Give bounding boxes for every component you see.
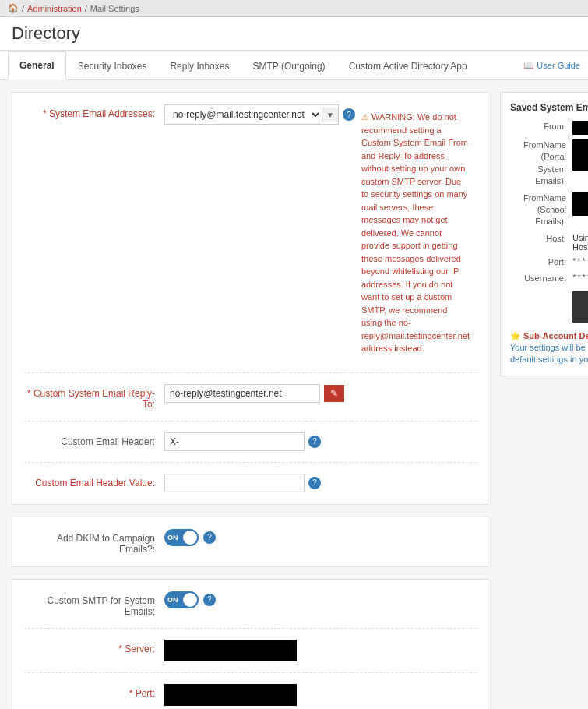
system-email-label: * System Email Addresses: [24, 104, 164, 119]
custom-header-value-row: Custom Email Header Value: ? [24, 474, 476, 492]
port-value [164, 684, 476, 706]
form-area: * System Email Addresses: no-reply@mail.… [12, 92, 488, 709]
port-input-hidden [164, 684, 297, 706]
custom-header-control: ? [164, 432, 351, 451]
saved-fromname-school-row: FromName (School Emails): [510, 192, 588, 228]
select-arrow-icon[interactable]: ▼ [322, 108, 338, 122]
custom-smtp-toggle-on-label: ON [167, 596, 178, 604]
user-guide-label: User Guide [537, 61, 580, 70]
breadcrumb-admin[interactable]: Administration [27, 4, 82, 13]
saved-host-label: Host: [510, 233, 572, 245]
saved-host-value: Using TestingCenter Host [572, 233, 588, 252]
saved-settings-box: Saved System Email Settings From: FromNa… [500, 92, 588, 376]
tab-custom-active-directory[interactable]: Custom Active Directory App [337, 52, 479, 79]
saved-username-label: Username: [510, 273, 572, 284]
custom-smtp-label: Custom SMTP for System Emails: [24, 591, 164, 617]
dkim-toggle[interactable]: ON [164, 529, 199, 546]
custom-header-input[interactable] [164, 432, 305, 451]
port-label: * Port: [24, 684, 164, 699]
warning-text: WARNING: We do not recommend setting a C… [361, 112, 470, 353]
sub-account-note-text: Your settings will be used as the defaul… [510, 343, 588, 364]
saved-fromname-school-label: FromName (School Emails): [510, 192, 572, 228]
toggle-knob [183, 531, 197, 545]
server-label: * Server: [24, 640, 164, 654]
book-icon: 📖 [523, 61, 534, 71]
server-row: * Server: [24, 640, 476, 673]
system-email-select[interactable]: no-reply@mail.testingcenter.net [165, 105, 322, 124]
custom-smtp-help-icon[interactable]: ? [203, 594, 216, 606]
saved-port-value: ************ [572, 256, 588, 266]
page-title: Directory [12, 23, 576, 44]
custom-header-value-help-icon[interactable]: ? [308, 477, 321, 489]
custom-header-value-input[interactable] [164, 474, 305, 492]
toggle-on-label: ON [167, 534, 178, 541]
custom-smtp-section: Custom SMTP for System Emails: ON ? * Se… [12, 579, 488, 710]
dkim-section: Add DKIM to Campaign Emails?: ON ? [12, 517, 488, 567]
saved-from-row: From: [510, 121, 588, 135]
tab-reply-inboxes[interactable]: Reply Inboxes [158, 52, 241, 79]
custom-reply-to-control: ✎ [164, 384, 351, 403]
saved-fromname-portal-value [572, 139, 588, 171]
tab-security-inboxes[interactable]: Security Inboxes [66, 52, 159, 79]
system-email-control: no-reply@mail.testingcenter.net ▼ ? [164, 104, 351, 125]
user-guide-link[interactable]: 📖 User Guide [523, 61, 580, 71]
custom-smtp-toggle[interactable]: ON [164, 591, 199, 608]
home-icon: 🏠 [8, 3, 19, 13]
custom-reply-to-row: * Custom System Email Reply-To: ✎ [24, 384, 476, 422]
dkim-row: Add DKIM to Campaign Emails?: ON ? [24, 529, 476, 555]
warning-box: ⚠ WARNING: We do not recommend setting a… [355, 104, 476, 362]
dkim-label: Add DKIM to Campaign Emails?: [24, 529, 164, 555]
custom-header-value-label: Custom Email Header Value: [24, 474, 164, 489]
saved-fromname-portal-label: FromName (Portal System Emails): [510, 139, 572, 188]
main-content: * System Email Addresses: no-reply@mail.… [0, 80, 588, 709]
saved-port-label: Port: [510, 256, 572, 268]
page-header: Directory [0, 17, 588, 51]
custom-smtp-row: Custom SMTP for System Emails: ON ? [24, 591, 476, 629]
port-row: * Port: [24, 684, 476, 710]
system-email-select-wrap: no-reply@mail.testingcenter.net ▼ [164, 104, 339, 125]
custom-header-help-icon[interactable]: ? [308, 436, 321, 448]
breadcrumb-current: Mail Settings [90, 4, 139, 13]
edit-reply-to-button[interactable]: ✎ [324, 385, 344, 402]
send-test-email-button[interactable]: Send Test Email [572, 291, 588, 323]
custom-header-row: Custom Email Header: ? [24, 432, 476, 463]
saved-settings-title: Saved System Email Settings [510, 102, 588, 113]
sub-account-note-prefix: ⭐ Sub-Account Default Settings: [510, 331, 588, 340]
breadcrumb: 🏠 / Administration / Mail Settings [0, 0, 588, 17]
dkim-toggle-group: ON ? [164, 529, 351, 546]
system-email-section: * System Email Addresses: no-reply@mail.… [12, 92, 488, 505]
custom-smtp-toggle-group: ON ? [164, 591, 476, 608]
sidebar-panel: Saved System Email Settings From: FromNa… [500, 92, 588, 709]
system-email-help-icon[interactable]: ? [343, 108, 355, 121]
saved-host-row: Host: Using TestingCenter Host [510, 233, 588, 252]
custom-reply-to-input[interactable] [164, 384, 320, 403]
warning-icon: ⚠ [361, 112, 369, 122]
saved-username-value: ************ [572, 273, 588, 282]
breadcrumb-sep2: / [85, 4, 87, 13]
saved-fromname-portal-row: FromName (Portal System Emails): [510, 139, 588, 188]
saved-port-row: Port: ************ [510, 256, 588, 268]
breadcrumb-sep: / [22, 4, 24, 13]
sub-account-note: ⭐ Sub-Account Default Settings: Your set… [510, 330, 588, 366]
server-input-hidden [164, 640, 297, 661]
server-value [164, 640, 476, 661]
custom-header-value-control: ? [164, 474, 351, 492]
custom-header-label: Custom Email Header: [24, 432, 164, 447]
system-email-row: * System Email Addresses: no-reply@mail.… [24, 104, 476, 373]
tab-smtp-outgoing[interactable]: SMTP (Outgoing) [241, 52, 336, 79]
saved-from-label: From: [510, 121, 572, 132]
custom-smtp-toggle-knob [183, 593, 197, 607]
tab-general[interactable]: General [8, 51, 66, 80]
custom-reply-to-label: * Custom System Email Reply-To: [24, 384, 164, 410]
dkim-help-icon[interactable]: ? [203, 531, 216, 544]
tabs-bar: General Security Inboxes Reply Inboxes S… [0, 51, 588, 80]
saved-username-row: Username: ************ [510, 273, 588, 284]
saved-from-value [572, 121, 588, 135]
saved-fromname-school-value [572, 192, 588, 216]
